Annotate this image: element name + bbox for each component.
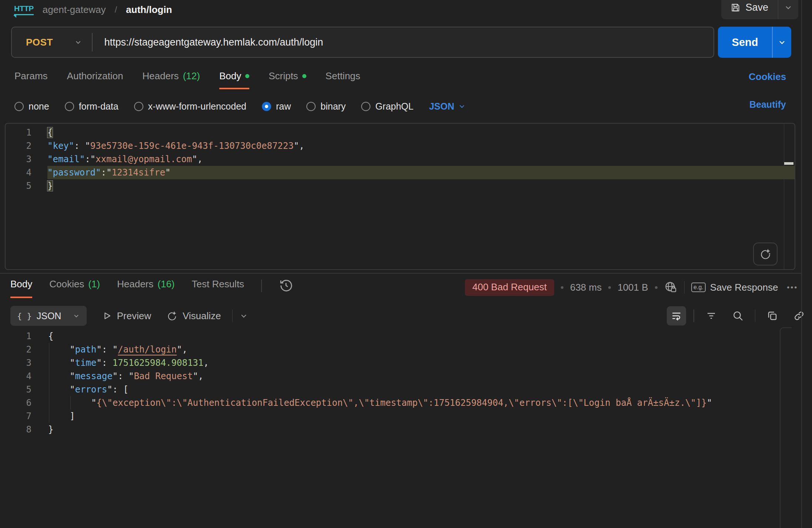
tab-scripts[interactable]: Scripts — [269, 70, 306, 89]
code-token: " — [165, 167, 170, 178]
tab-test-results[interactable]: Test Results — [192, 278, 244, 298]
line-number: 4 — [0, 370, 31, 383]
tab-settings[interactable]: Settings — [326, 70, 360, 89]
radio-icon[interactable] — [306, 102, 316, 111]
line-number: 3 — [0, 356, 31, 370]
code-token: " — [294, 141, 299, 151]
radio-selected-icon[interactable] — [262, 102, 271, 111]
link-icon[interactable] — [789, 306, 809, 325]
save-response-button[interactable]: e.g. Save Response — [691, 282, 778, 293]
code-token: " — [96, 358, 102, 368]
code-token: " — [96, 344, 102, 355]
response-scrollbar-track[interactable] — [780, 327, 792, 528]
line-number: 5 — [6, 179, 31, 193]
example-icon: e.g. — [691, 283, 706, 292]
code-token: path — [75, 344, 96, 355]
divider — [801, 0, 802, 528]
wrap-text-icon[interactable] — [667, 306, 686, 325]
code-line: 5"errors": [ — [0, 383, 780, 396]
response-body-viewer: 1{2"path": "/auth/login",3"time": 175162… — [0, 329, 780, 436]
breadcrumb-collection[interactable]: agent-gateway — [43, 4, 106, 16]
code-token: { — [48, 331, 53, 341]
tab-headers[interactable]: Headers(12) — [142, 70, 200, 89]
request-body-editor[interactable]: 1{2"key": "93e5730e-159c-461e-943f-13073… — [5, 123, 795, 270]
mode-binary[interactable]: binary — [306, 101, 346, 112]
indent-guide — [49, 370, 49, 383]
divider — [232, 310, 233, 322]
code-token: " — [70, 371, 75, 381]
code-token: "key" — [47, 141, 74, 151]
code-link[interactable]: /auth/login — [118, 344, 177, 355]
breadcrumb-request-name[interactable]: auth/login — [126, 4, 172, 16]
code-token: } — [47, 181, 53, 191]
send-button[interactable]: Send — [718, 27, 791, 58]
chevron-down-icon[interactable] — [239, 311, 248, 320]
status-badge[interactable]: 400 Bad Request — [465, 279, 554, 296]
tab-body[interactable]: Body — [219, 70, 249, 89]
mode-x-www-form-urlencoded[interactable]: x-www-form-urlencoded — [134, 101, 246, 112]
divider — [92, 33, 93, 51]
save-button[interactable]: Save — [721, 0, 798, 19]
braces-icon: { } — [17, 311, 32, 321]
network-info-icon[interactable] — [664, 281, 678, 294]
ai-sparkle-icon — [166, 310, 178, 322]
method-selector[interactable]: POST — [12, 37, 92, 48]
code-token: } — [48, 424, 53, 435]
code-token: "password" — [47, 167, 101, 178]
code-token: , — [198, 371, 203, 381]
response-time[interactable]: 638 ms — [570, 282, 602, 293]
code-token: : — [118, 371, 129, 381]
more-options-icon[interactable]: ••• — [787, 283, 798, 292]
tab-response-body[interactable]: Body — [10, 278, 32, 298]
history-icon[interactable] — [279, 278, 293, 293]
mode-none[interactable]: none — [14, 101, 49, 112]
save-options-button[interactable] — [778, 0, 798, 19]
radio-icon[interactable] — [134, 102, 143, 111]
visualize-button[interactable]: Visualize — [166, 310, 221, 322]
code-token: "email" — [47, 154, 85, 164]
line-number: 6 — [0, 396, 31, 410]
code-token: " — [177, 344, 182, 355]
content-type-label: JSON — [429, 101, 454, 112]
postbot-button[interactable] — [753, 243, 778, 265]
radio-icon[interactable] — [14, 102, 24, 111]
code-line: 6"{\"exception\":\"AuthenticationFailedE… — [0, 396, 780, 410]
filter-icon[interactable] — [702, 306, 721, 325]
code-token: 1751625984.908131 — [113, 358, 204, 368]
response-format-selector[interactable]: { } JSON — [10, 306, 87, 326]
indent-guide — [49, 396, 49, 410]
code-token: { — [47, 127, 53, 138]
send-options-button[interactable] — [773, 27, 792, 58]
tab-response-cookies[interactable]: Cookies(1) — [49, 278, 100, 298]
tab-params[interactable]: Params — [14, 70, 48, 89]
url-input[interactable]: https://stageagentgateway.hemlak.com/aut… — [104, 37, 323, 48]
dot-separator-icon — [561, 286, 563, 289]
code-token: [ — [123, 384, 129, 395]
copy-icon[interactable] — [763, 306, 782, 325]
beautify-link[interactable]: Beautify — [749, 99, 786, 110]
search-icon[interactable] — [728, 306, 748, 325]
radio-icon[interactable] — [361, 102, 370, 111]
divider — [693, 310, 694, 322]
response-size[interactable]: 1001 B — [618, 282, 648, 293]
save-icon — [731, 3, 741, 13]
code-token: : — [102, 344, 113, 355]
mode-graphql[interactable]: GraphQL — [361, 101, 413, 112]
scrollbar-marker[interactable] — [784, 162, 793, 165]
cookies-link[interactable]: Cookies — [749, 71, 786, 83]
radio-icon[interactable] — [65, 102, 74, 111]
code-token: " — [707, 398, 712, 408]
tab-authorization[interactable]: Authorization — [67, 70, 123, 89]
tab-response-headers[interactable]: Headers(16) — [117, 278, 175, 298]
line-number: 4 — [6, 166, 31, 179]
request-body-code[interactable]: 1{2"key": "93e5730e-159c-461e-943f-13073… — [6, 124, 795, 193]
code-token: xxmail@yopmail.com — [96, 154, 192, 164]
line-number: 3 — [6, 153, 31, 166]
divider — [0, 273, 801, 274]
line-number: 2 — [6, 139, 31, 153]
mode-raw[interactable]: raw — [262, 101, 291, 112]
headers-count: (12) — [183, 70, 200, 82]
content-type-selector[interactable]: JSON — [429, 101, 466, 112]
mode-form-data[interactable]: form-data — [65, 101, 119, 112]
preview-button[interactable]: Preview — [102, 310, 151, 322]
